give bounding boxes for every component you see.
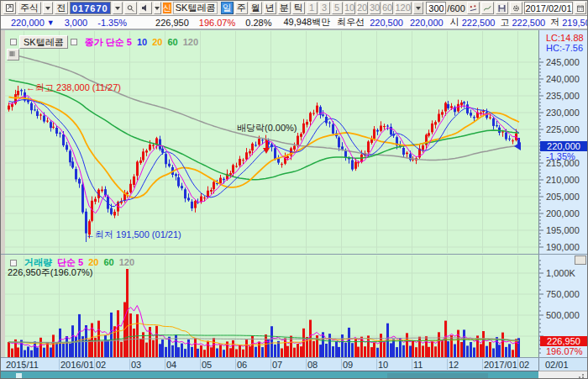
bottom-right-corner — [538, 371, 588, 379]
price-legend-item: 60 — [167, 37, 177, 47]
hc-readout: HC:-7.56 — [546, 43, 586, 53]
annotation-low: ←최저 191,500 (01/21) — [86, 229, 181, 241]
price-legend-item: 종가 단순 5 — [85, 37, 132, 47]
current-volume-percent: 196.07% — [546, 346, 586, 356]
price-tick-label: 225,000 — [546, 124, 580, 134]
price-tick-label: 195,000 — [546, 225, 580, 235]
lc-readout: LC:14.88 — [546, 33, 586, 43]
time-axis-label: 04 — [166, 360, 176, 370]
chart-plot-area[interactable] — [1, 1, 588, 379]
time-axis-label: 07 — [272, 360, 282, 370]
annotation-exdiv: 배당락(0.00%) — [237, 122, 297, 134]
volume-axis-mini-button[interactable] — [575, 255, 586, 265]
volume-tick-label: 750,000 — [546, 289, 580, 299]
price-tick-label: 235,000 — [546, 91, 580, 101]
volume-readout: 226,950주(196.07%) — [8, 266, 93, 279]
price-tick-label: 205,000 — [546, 192, 580, 202]
price-legend-item: 10 — [137, 37, 147, 47]
price-tick-label: 240,000 — [546, 74, 580, 84]
time-axis-label: 2017/01 — [484, 360, 517, 370]
price-legend-item: 20 — [152, 37, 162, 47]
stock-chart-window: 주식 전 017670 신 SK텔레콤 일주월년분틱 1351020306012… — [0, 0, 588, 379]
panel-checkbox-icon[interactable] — [10, 39, 17, 45]
time-axis-label: 08 — [307, 360, 318, 370]
volume-tick-label: 500,000 — [546, 310, 580, 320]
current-price-box: 220,000 — [540, 141, 587, 151]
exdiv-arrow-stem — [265, 140, 268, 148]
chart-tool-mini-icon[interactable] — [7, 49, 19, 61]
time-axis-label: 02 — [519, 360, 529, 370]
volume-legend-item: 120 — [119, 257, 134, 267]
price-panel-title[interactable]: SK텔레콤 — [19, 35, 68, 49]
price-legend-item: 120 — [183, 37, 198, 47]
time-axis-label: 03 — [131, 360, 141, 370]
current-volume-box: 226,950 — [540, 336, 587, 346]
exdiv-arrow-icon — [263, 148, 270, 154]
time-axis-label: 05 — [202, 360, 212, 370]
time-axis-label: 11 — [413, 360, 423, 370]
legend-checkbox-icon[interactable] — [71, 39, 77, 45]
annotation-high: ←최고 238,000 (11/27) — [26, 82, 121, 94]
price-panel-header: SK텔레콤 종가 단순 5102060120 — [8, 35, 198, 49]
scroll-notch[interactable] — [16, 373, 22, 379]
time-axis-label: 12 — [449, 360, 459, 370]
bottom-scroll-strip[interactable] — [1, 371, 538, 379]
volume-tick-label: 1,000K — [546, 268, 575, 278]
current-price-percent: -1.35% — [546, 151, 586, 161]
strip-shadow — [387, 373, 488, 379]
volume-checkbox-icon[interactable] — [10, 260, 17, 266]
time-axis-label: 2016/01 — [60, 360, 94, 370]
price-ma-legend: 종가 단순 5102060120 — [80, 36, 198, 49]
time-axis-label: 10 — [378, 360, 388, 370]
time-axis-label: 09 — [343, 360, 353, 370]
price-tick-label: 245,000 — [546, 57, 580, 67]
price-tick-label: 230,000 — [546, 108, 580, 118]
price-tick-label: 190,000 — [546, 242, 580, 252]
time-axis-label: 02 — [96, 360, 106, 370]
current-price-marker-icon — [514, 142, 521, 150]
price-tick-label: 210,000 — [546, 175, 580, 185]
time-axis-label: 06 — [237, 360, 247, 370]
last-date-label: 02/01 — [545, 360, 569, 370]
time-axis-label: 2015/11 — [6, 360, 39, 370]
price-tick-label: 200,000 — [546, 208, 580, 218]
time-axis-labels: 2015/112016/0102030405060708091011122017… — [1, 358, 588, 371]
volume-legend-item: 60 — [103, 257, 113, 267]
